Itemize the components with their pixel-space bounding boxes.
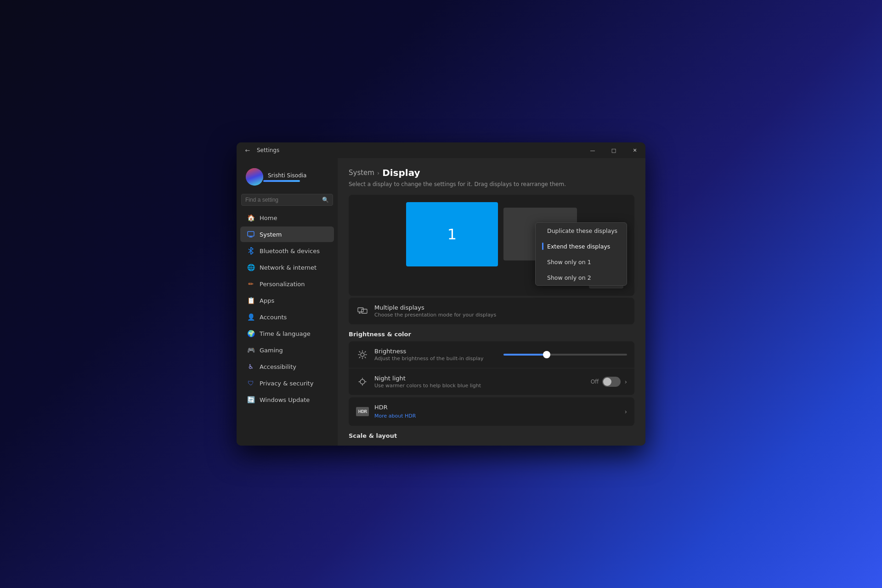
- svg-point-7: [361, 353, 364, 356]
- apps-icon: 📋: [247, 296, 255, 305]
- brightness-desc: Adjust the brightness of the built-in di…: [374, 356, 498, 362]
- user-profile[interactable]: Srishti Sisodia: [240, 164, 334, 190]
- brightness-color-header: Brightness & color: [349, 331, 634, 338]
- sidebar-item-update[interactable]: 🔄 Windows Update: [240, 392, 334, 407]
- brightness-icon: [356, 348, 369, 361]
- sidebar-label-apps: Apps: [260, 297, 274, 304]
- sidebar-item-gaming[interactable]: 🎮 Gaming: [240, 342, 334, 358]
- sidebar-label-bluetooth: Bluetooth & devices: [260, 248, 320, 254]
- search-input[interactable]: [245, 197, 322, 203]
- sidebar-item-bluetooth[interactable]: Bluetooth & devices: [240, 243, 334, 259]
- avatar-image: [246, 168, 263, 186]
- hdr-icon: HDR: [356, 407, 369, 416]
- hdr-link[interactable]: More about HDR: [374, 413, 416, 419]
- maximize-button[interactable]: □: [603, 142, 624, 158]
- dropdown-item-extend[interactable]: Extend these displays: [536, 238, 627, 254]
- search-box[interactable]: 🔍: [241, 194, 333, 206]
- svg-line-12: [359, 351, 360, 352]
- night-light-status: Off: [591, 379, 599, 385]
- night-light-controls: Off ›: [591, 377, 627, 387]
- scale-layout-header: Scale & layout: [349, 432, 634, 439]
- sidebar-item-time[interactable]: 🌍 Time & language: [240, 326, 334, 341]
- dropdown-label-extend: Extend these displays: [547, 243, 610, 250]
- breadcrumb-separator: ›: [377, 170, 379, 176]
- avatar: [246, 168, 263, 186]
- hdr-chevron: ›: [624, 408, 627, 415]
- svg-line-14: [365, 351, 366, 352]
- brightness-thumb[interactable]: [543, 351, 550, 358]
- sidebar-item-home[interactable]: 🏠 Home: [240, 210, 334, 226]
- bluetooth-icon: [247, 247, 255, 255]
- search-icon: 🔍: [322, 197, 329, 203]
- brightness-slider-container[interactable]: [503, 354, 627, 356]
- user-info: Srishti Sisodia: [263, 172, 306, 182]
- multiple-displays-text: Multiple displays Choose the presentatio…: [374, 304, 627, 318]
- time-icon: 🌍: [247, 329, 255, 338]
- brightness-label: Brightness: [374, 348, 498, 355]
- sidebar-item-apps[interactable]: 📋 Apps: [240, 293, 334, 308]
- svg-rect-4: [362, 309, 367, 313]
- dropdown-item-show2[interactable]: Show only on 2: [536, 270, 627, 285]
- toggle-knob: [603, 378, 611, 386]
- home-icon: 🏠: [247, 214, 255, 222]
- hdr-text: HDR More about HDR: [374, 404, 619, 419]
- accessibility-icon: ♿: [247, 362, 255, 371]
- svg-rect-0: [248, 232, 254, 236]
- multiple-displays-row[interactable]: Multiple displays Choose the presentatio…: [349, 298, 634, 324]
- main-content: System › Display Select a display to cha…: [338, 158, 645, 446]
- minimize-button[interactable]: —: [582, 142, 603, 158]
- monitor-1[interactable]: 1: [406, 202, 498, 266]
- svg-line-15: [359, 357, 360, 358]
- sidebar-label-home: Home: [260, 215, 277, 221]
- settings-window: ← Settings — □ ✕ Srishti Sisodia: [237, 142, 645, 446]
- night-light-icon: [356, 375, 369, 388]
- sidebar-label-network: Network & internet: [260, 264, 317, 271]
- sidebar-label-time: Time & language: [260, 330, 311, 337]
- dropdown-label-show2: Show only on 2: [547, 274, 591, 281]
- breadcrumb-parent[interactable]: System: [349, 169, 374, 177]
- night-light-toggle[interactable]: [602, 377, 621, 387]
- dropdown-label-show1: Show only on 1: [547, 259, 591, 266]
- sidebar-label-update: Windows Update: [260, 396, 310, 403]
- sidebar-item-system[interactable]: System: [240, 226, 334, 242]
- night-light-row[interactable]: Night light Use warmer colors to help bl…: [349, 368, 634, 396]
- title-bar: ← Settings — □ ✕: [237, 142, 645, 158]
- breadcrumb-current: Display: [382, 167, 420, 178]
- user-name: Srishti Sisodia: [268, 172, 306, 179]
- sidebar-item-network[interactable]: 🌐 Network & internet: [240, 260, 334, 275]
- sidebar-item-personalization[interactable]: ✏️ Personalization: [240, 276, 334, 292]
- hdr-label: HDR: [374, 404, 619, 411]
- display-area: 1 2 Identify Duplicate these displays Ex…: [349, 195, 634, 296]
- dropdown-item-show1[interactable]: Show only on 1: [536, 254, 627, 270]
- multiple-displays-icon: [356, 305, 369, 317]
- sidebar-item-accounts[interactable]: 👤 Accounts: [240, 309, 334, 325]
- brightness-text: Brightness Adjust the brightness of the …: [374, 348, 498, 362]
- dropdown-item-duplicate[interactable]: Duplicate these displays: [536, 223, 627, 238]
- window-controls: — □ ✕: [582, 142, 645, 158]
- hdr-row[interactable]: HDR HDR More about HDR ›: [349, 397, 634, 426]
- sidebar-label-accessibility: Accessibility: [260, 363, 296, 370]
- night-light-label: Night light: [374, 375, 585, 382]
- sidebar-label-system: System: [260, 231, 282, 238]
- brightness-track[interactable]: [503, 354, 627, 356]
- network-icon: 🌐: [247, 263, 255, 271]
- sidebar-label-accounts: Accounts: [260, 314, 287, 321]
- sidebar-item-privacy[interactable]: 🛡 Privacy & security: [240, 375, 334, 391]
- sidebar-label-gaming: Gaming: [260, 347, 283, 354]
- svg-rect-3: [358, 308, 363, 312]
- back-button[interactable]: ←: [242, 145, 253, 156]
- window-title: Settings: [257, 147, 279, 153]
- night-light-desc: Use warmer colors to help block blue lig…: [374, 383, 585, 389]
- breadcrumb: System › Display: [349, 167, 634, 178]
- sidebar: Srishti Sisodia 🔍 🏠 Home: [237, 158, 338, 446]
- user-bar: [263, 180, 300, 182]
- sidebar-item-accessibility[interactable]: ♿ Accessibility: [240, 359, 334, 374]
- night-light-text: Night light Use warmer colors to help bl…: [374, 375, 585, 389]
- window-body: Srishti Sisodia 🔍 🏠 Home: [237, 158, 645, 446]
- privacy-icon: 🛡: [247, 379, 255, 387]
- close-button[interactable]: ✕: [624, 142, 645, 158]
- sidebar-label-privacy: Privacy & security: [260, 380, 313, 387]
- svg-point-16: [360, 379, 365, 384]
- brightness-fill: [503, 354, 547, 356]
- page-subtitle: Select a display to change the settings …: [349, 181, 634, 187]
